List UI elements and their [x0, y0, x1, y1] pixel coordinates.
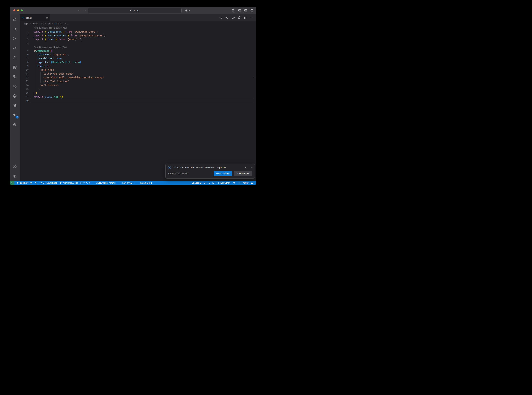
- close-window-button[interactable]: [13, 9, 16, 11]
- commit-node-icon[interactable]: [226, 16, 229, 19]
- view-commit-button[interactable]: View Commit: [214, 171, 232, 176]
- auto-attach-item[interactable]: Auto Attach: Always: [95, 181, 117, 185]
- code-line-8[interactable]: 8 imports: [RouterOutlet, Hero],: [20, 60, 256, 64]
- breadcrumb-file[interactable]: TSapp.ts: [54, 22, 64, 25]
- code-line-15[interactable]: 15 `,: [20, 87, 256, 91]
- line-number[interactable]: [20, 45, 29, 49]
- copilot-menu[interactable]: [185, 7, 190, 14]
- encoding-item[interactable]: UTF-8: [203, 181, 211, 185]
- code-line-17[interactable]: 17export class App {}: [20, 95, 256, 99]
- line-number[interactable]: 9: [20, 64, 29, 68]
- line-number[interactable]: 1: [20, 30, 29, 33]
- commit-graph-icon[interactable]: [238, 16, 241, 19]
- zoom-window-button[interactable]: [21, 9, 23, 11]
- activity-item-settings-gear[interactable]: [11, 171, 19, 181]
- code-line-1[interactable]: 1import { Component } from '@angular/cor…: [20, 30, 256, 33]
- code-line-2[interactable]: 2import { RouterOutlet } from '@angular/…: [20, 33, 256, 37]
- code-line-6[interactable]: 6 selector: 'app-root',: [20, 53, 256, 56]
- code-editor[interactable]: You, 26 minutes ago | 1 author (You)1imp…: [20, 26, 256, 181]
- tab-app-ts[interactable]: TS app.ts ×: [20, 14, 50, 21]
- activity-item-run-debug[interactable]: [11, 43, 19, 53]
- line-number[interactable]: 17: [20, 95, 29, 99]
- line-number[interactable]: 15: [20, 87, 29, 91]
- activity-item-gitlens-search[interactable]: [11, 91, 19, 101]
- git-branch-item[interactable]: add-hero: [16, 181, 33, 185]
- close-tab-icon[interactable]: ×: [46, 16, 48, 19]
- line-number[interactable]: 2: [20, 33, 29, 37]
- breadcrumb-src[interactable]: src: [41, 22, 44, 25]
- activity-item-search[interactable]: [11, 24, 19, 34]
- breadcrumb-apps[interactable]: apps: [24, 22, 28, 25]
- line-number[interactable]: 16: [20, 91, 29, 95]
- eol-item[interactable]: LF: [211, 181, 216, 185]
- code-line-10[interactable]: 10 <lib-hero: [20, 68, 256, 72]
- command-center-search[interactable]: acme: [88, 8, 182, 13]
- customize-layout-icon[interactable]: [232, 9, 235, 12]
- vim-mode-item[interactable]: -- NORMAL --: [119, 181, 135, 185]
- line-number[interactable]: 10: [20, 68, 29, 72]
- previous-change-icon[interactable]: [219, 16, 223, 19]
- toggle-panel-icon[interactable]: [244, 9, 247, 12]
- line-number[interactable]: 12: [20, 76, 29, 79]
- breadcrumb-app[interactable]: app: [47, 22, 51, 25]
- activity-item-explorer[interactable]: [11, 15, 19, 24]
- line-number[interactable]: 7: [20, 56, 29, 60]
- code-line-18[interactable]: 18: [20, 99, 256, 102]
- activity-item-testing[interactable]: [11, 53, 19, 62]
- notification-settings-gear-icon[interactable]: [245, 166, 248, 169]
- activity-item-gitlens[interactable]: [11, 82, 19, 91]
- line-number[interactable]: [20, 26, 29, 30]
- code-line-13[interactable]: 13 cta="Get Started": [20, 79, 256, 83]
- code-line-11[interactable]: 11 title="Welcmoe demo": [20, 72, 256, 76]
- next-change-icon[interactable]: [232, 16, 235, 19]
- code-line-16[interactable]: 16}): [20, 91, 256, 95]
- copilot-status-item[interactable]: [231, 181, 236, 185]
- breadcrumb-symbol[interactable]: …: [67, 22, 69, 25]
- launchpad-item[interactable]: Launchpad: [38, 181, 58, 185]
- cursor-position-item[interactable]: Ln 18, Col 1: [139, 181, 153, 185]
- breadcrumb-demo[interactable]: demo: [32, 22, 37, 25]
- activity-item-source-control[interactable]: [11, 34, 19, 43]
- activity-item-console-swirl[interactable]: [11, 101, 19, 110]
- line-number[interactable]: 6: [20, 53, 29, 56]
- view-results-button[interactable]: View Results: [234, 171, 252, 176]
- forward-icon[interactable]: →: [84, 9, 86, 12]
- line-number[interactable]: 18: [20, 99, 29, 102]
- activity-item-package[interactable]: [11, 120, 19, 129]
- line-number[interactable]: 3: [20, 37, 29, 41]
- back-icon[interactable]: ←: [78, 9, 81, 12]
- code-line-9[interactable]: 9 template: `: [20, 64, 256, 68]
- line-number[interactable]: 14: [20, 83, 29, 87]
- more-actions-icon[interactable]: [250, 16, 253, 19]
- code-line-7[interactable]: 7 standalone: true,: [20, 56, 256, 60]
- activity-item-project-graph[interactable]: [11, 72, 19, 82]
- toggle-secondary-sidebar-icon[interactable]: [250, 9, 253, 12]
- code-line-5[interactable]: 5@Component({: [20, 49, 256, 53]
- language-mode-item[interactable]: {} TypeScript: [216, 181, 231, 185]
- split-editor-icon[interactable]: [244, 16, 247, 19]
- extensions-icon: [13, 65, 17, 69]
- minimize-window-button[interactable]: [17, 9, 19, 11]
- code-line-3[interactable]: 3import { Hero } from '@acme/ui';: [20, 37, 256, 41]
- line-number[interactable]: 5: [20, 49, 29, 53]
- git-compare-item[interactable]: [33, 181, 38, 185]
- notifications-bell[interactable]: [250, 181, 255, 185]
- line-number[interactable]: 8: [20, 60, 29, 64]
- problems-item[interactable]: 0 0: [79, 181, 91, 185]
- toggle-primary-sidebar-icon[interactable]: [238, 9, 241, 12]
- code-line-4[interactable]: 4: [20, 41, 256, 45]
- line-number[interactable]: 4: [20, 41, 29, 45]
- remote-indicator[interactable]: ><: [10, 181, 14, 185]
- code-line-14[interactable]: 14 ></lib-hero>: [20, 83, 256, 87]
- line-number[interactable]: 13: [20, 79, 29, 83]
- notification-close-icon[interactable]: ×: [250, 166, 252, 169]
- activity-item-nx-console[interactable]: 2: [11, 110, 19, 120]
- prettier-item[interactable]: ✓✓ Prettier: [236, 181, 250, 185]
- nx-cloud-fix-item[interactable]: Nx Cloud AI Fix: [58, 181, 79, 185]
- activity-item-extensions[interactable]: [11, 62, 19, 72]
- line-number[interactable]: 11: [20, 72, 29, 76]
- code-line-12[interactable]: 12 subtitle="Build something amazing tod…: [20, 76, 256, 79]
- activity-item-accounts[interactable]: [11, 162, 19, 171]
- testing-icon: [13, 56, 17, 60]
- indentation-item[interactable]: Spaces: 2: [191, 181, 203, 185]
